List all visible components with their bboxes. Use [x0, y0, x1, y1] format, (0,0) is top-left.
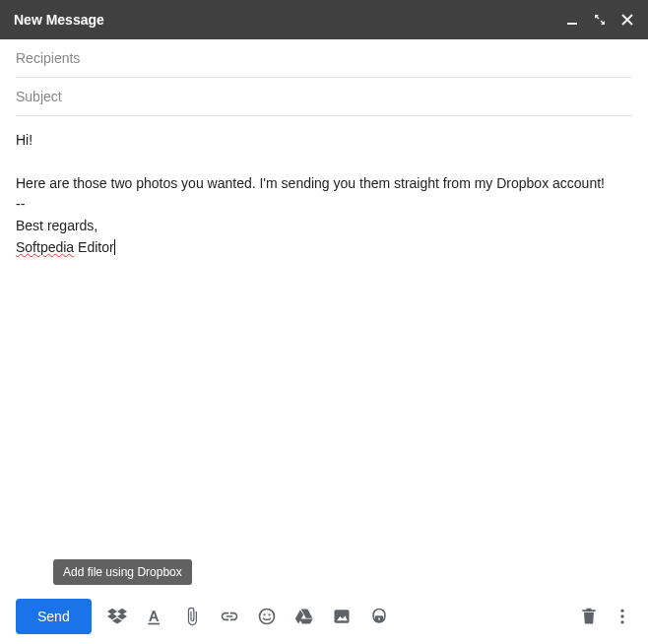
- recipients-field-row: [16, 39, 632, 78]
- subject-field-row: [16, 78, 632, 116]
- emoji-icon[interactable]: [257, 607, 277, 626]
- format-tools: [107, 607, 389, 626]
- trash-icon[interactable]: [579, 607, 599, 626]
- dropbox-icon[interactable]: [107, 607, 127, 626]
- toolbar-right: [579, 607, 632, 626]
- svg-rect-8: [378, 618, 379, 620]
- more-icon[interactable]: [613, 607, 632, 626]
- attach-icon[interactable]: [182, 607, 202, 626]
- text-cursor: [114, 239, 115, 255]
- send-button[interactable]: Send: [16, 599, 92, 634]
- signature-separator: --: [16, 194, 632, 216]
- drive-icon[interactable]: [294, 607, 314, 626]
- insert-photo-icon[interactable]: [332, 607, 352, 626]
- svg-point-11: [620, 620, 623, 623]
- confidential-mode-icon[interactable]: [369, 607, 389, 626]
- svg-point-2: [259, 610, 274, 624]
- svg-point-4: [268, 613, 270, 615]
- svg-point-10: [620, 614, 623, 617]
- formatting-icon[interactable]: [145, 607, 164, 626]
- header-fields: [0, 39, 648, 116]
- svg-rect-5: [334, 610, 349, 622]
- body-greeting: Hi!: [16, 130, 632, 152]
- window-title: New Message: [14, 12, 565, 28]
- compose-toolbar: Send: [0, 589, 648, 644]
- dropbox-tooltip: Add file using Dropbox: [53, 559, 192, 585]
- body-paragraph: Here are those two photos you wanted. I'…: [16, 173, 632, 195]
- svg-rect-1: [148, 623, 160, 625]
- recipients-input[interactable]: [16, 50, 632, 66]
- expand-icon[interactable]: [593, 13, 607, 27]
- svg-point-9: [620, 610, 623, 612]
- window-controls: [565, 13, 634, 27]
- svg-rect-0: [567, 23, 577, 25]
- svg-point-3: [263, 613, 265, 615]
- subject-input[interactable]: [16, 89, 632, 104]
- titlebar: New Message: [0, 0, 648, 39]
- signature-misspelled-word: Softpedia: [16, 239, 74, 255]
- signature-line1: Best regards,: [16, 216, 632, 237]
- message-body[interactable]: Hi! Here are those two photos you wanted…: [0, 116, 648, 258]
- link-icon[interactable]: [220, 607, 239, 626]
- close-icon[interactable]: [620, 13, 634, 27]
- minimize-icon[interactable]: [565, 13, 579, 27]
- signature-line2: Softpedia Editor: [16, 237, 632, 259]
